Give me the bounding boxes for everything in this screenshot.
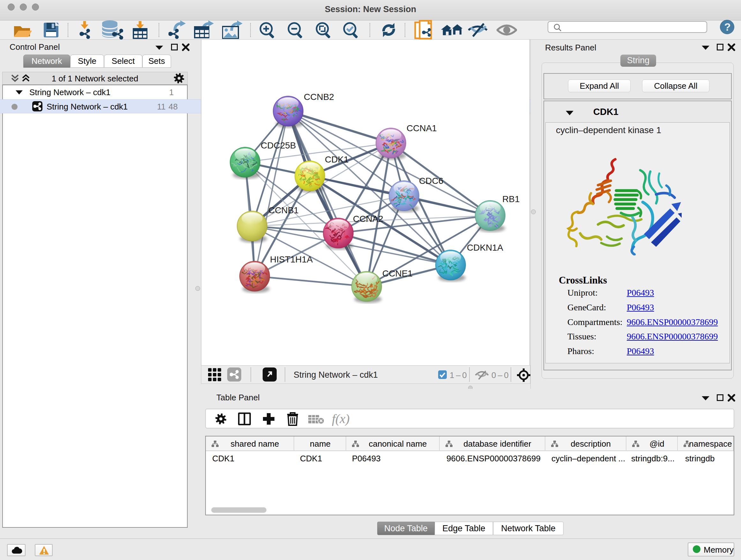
svg-text:CCNB2: CCNB2 <box>304 92 334 102</box>
svg-text:CDC6: CDC6 <box>419 176 443 186</box>
svg-text:RB1: RB1 <box>502 194 520 204</box>
svg-text:CDC25B: CDC25B <box>261 140 296 150</box>
svg-text:CDKN1A: CDKN1A <box>467 243 503 253</box>
svg-text:HIST1H1A: HIST1H1A <box>270 254 313 264</box>
svg-text:CCNB1: CCNB1 <box>268 205 299 215</box>
svg-text:CCNA1: CCNA1 <box>407 123 437 133</box>
svg-text:CDK1: CDK1 <box>325 154 349 165</box>
svg-text:CCNA2: CCNA2 <box>353 214 383 224</box>
svg-text:CCNE1: CCNE1 <box>382 268 413 278</box>
